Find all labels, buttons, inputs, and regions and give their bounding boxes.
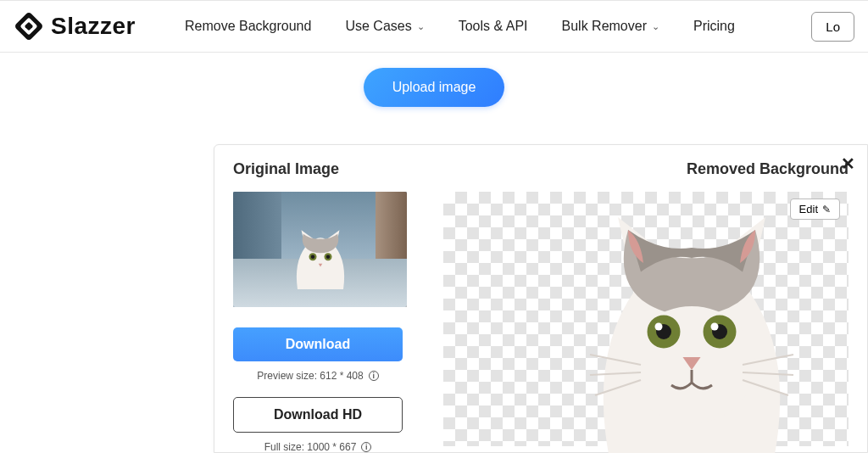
chevron-down-icon: ⌄ — [417, 21, 425, 32]
original-image-thumbnail[interactable] — [233, 192, 407, 307]
original-image-heading: Original Image — [233, 160, 339, 178]
result-card: ✕ Original Image Removed Background — [214, 144, 868, 453]
info-icon[interactable]: i — [361, 442, 371, 452]
svg-point-13 — [711, 323, 719, 331]
login-button[interactable]: Lo — [811, 12, 854, 42]
main-header: Slazzer Remove Background Use Cases ⌄ To… — [0, 0, 868, 53]
upload-image-button[interactable]: Upload image — [364, 68, 505, 107]
pencil-icon: ✎ — [822, 204, 831, 215]
nav-tools-api[interactable]: Tools & API — [459, 19, 528, 34]
full-size-note: Full size: 1000 * 667 i — [233, 441, 403, 453]
primary-nav: Remove Background Use Cases ⌄ Tools & AP… — [168, 19, 804, 34]
close-icon[interactable]: ✕ — [841, 154, 855, 174]
nav-bulk-remover[interactable]: Bulk Remover ⌄ — [562, 19, 659, 34]
svg-point-6 — [326, 255, 330, 260]
original-column: Download Preview size: 612 * 408 i Downl… — [233, 192, 411, 453]
svg-point-4 — [310, 255, 314, 260]
nav-use-cases[interactable]: Use Cases ⌄ — [345, 19, 424, 34]
download-preview-button[interactable]: Download — [233, 327, 403, 361]
brand-logo[interactable]: Slazzer — [12, 9, 136, 43]
chevron-down-icon: ⌄ — [652, 21, 659, 32]
preview-size-note: Preview size: 612 * 408 i — [233, 370, 403, 382]
brand-name: Slazzer — [51, 13, 136, 40]
brand-mark-icon — [12, 9, 46, 43]
kitten-icon — [282, 221, 359, 297]
upload-bar: Upload image — [0, 53, 868, 126]
removed-column: Edit ✎ — [437, 192, 849, 446]
download-hd-button[interactable]: Download HD — [233, 397, 403, 433]
result-image-area: Edit ✎ — [443, 192, 849, 446]
nav-pricing[interactable]: Pricing — [693, 19, 735, 34]
removed-background-heading: Removed Background — [339, 160, 849, 178]
info-icon[interactable]: i — [369, 371, 379, 381]
kitten-cutout-icon — [565, 202, 819, 453]
svg-point-10 — [655, 323, 663, 331]
nav-remove-background[interactable]: Remove Background — [185, 19, 311, 34]
